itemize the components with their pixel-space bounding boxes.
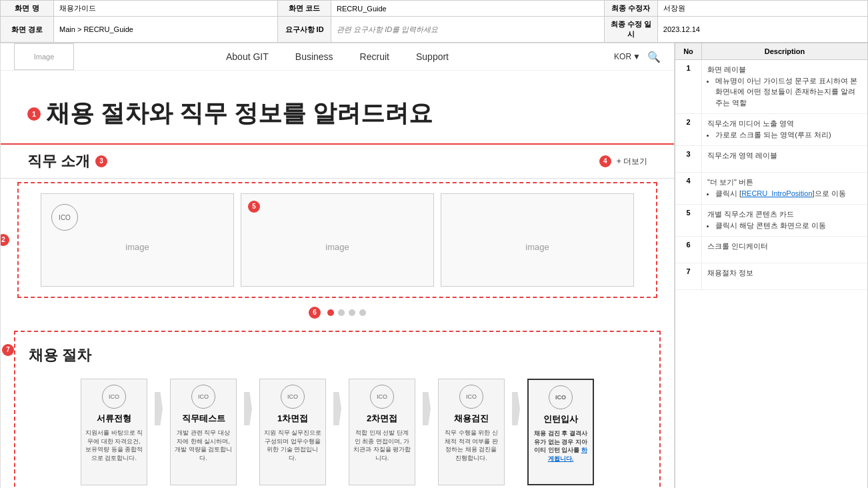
rp-content-6: 스크롤 인디케이터 <box>702 237 867 263</box>
right-panel: No Description 1 화면 레이블 메뉴명이 아닌 가이드성 문구로… <box>675 43 868 488</box>
requirement-id-input[interactable] <box>331 17 605 43</box>
screen-code-label: 화면 코드 <box>278 1 331 17</box>
step-2: ICO 직무테스트 개발 관련 직무 대상자에 한해 실시하며, 개발 역량을 … <box>167 379 240 485</box>
step-desc-6: 채용 검진 후 결격사유가 없는 경우 지아이티 인턴 입사를 하게됩니다. <box>533 429 589 463</box>
dot-3[interactable] <box>349 309 355 316</box>
last-editor-value: 서장원 <box>657 1 867 17</box>
rp-content-3: 직무소개 영역 레이블 <box>702 146 867 172</box>
rp-row-7: 7 채용절차 정보 <box>675 263 867 290</box>
step-3: ICO 1차면접 지원 직무 실무진으로 구성되며 업무수행을 위한 기술 면접… <box>256 379 329 485</box>
rp-num-7: 7 <box>675 263 702 289</box>
rp-row-6: 6 스크롤 인디케이터 <box>675 237 867 263</box>
step-title-6: 인턴입사 <box>543 413 578 425</box>
job-card-2[interactable]: 5 image <box>241 193 434 287</box>
step-desc-4: 적합 인재 선발 단계인 최종 면접이며, 가치관과 자질을 평가합니다. <box>353 429 411 462</box>
step-4: ICO 2차면접 적합 인재 선발 단계인 최종 면접이며, 가치관과 자질을 … <box>345 379 419 485</box>
job-section-header: 직무 소개 3 4 + 더보기 <box>1 143 674 179</box>
arrow-2 <box>244 392 252 425</box>
step-title-3: 1차면접 <box>277 413 308 425</box>
step-title-1: 서류전형 <box>97 413 131 425</box>
job-card-3[interactable]: image <box>441 193 634 287</box>
rp-num-4: 4 <box>675 173 702 204</box>
rp-header: No Description <box>675 43 867 60</box>
rp-num-5: 5 <box>675 205 702 236</box>
cards-row: ICO image 5 image image <box>19 183 656 297</box>
screen-path-label: 화면 경로 <box>1 17 54 43</box>
site-logo: Image <box>14 43 74 70</box>
nav-about-git[interactable]: About GIT <box>226 51 269 62</box>
nav-right: KOR ▼ 🔍 <box>614 51 661 63</box>
step-5: ICO 채용검진 직무 수행을 위한 신체적 적격 여부를 판정하는 채용 검진… <box>435 379 508 485</box>
step-title-4: 2차면접 <box>367 413 397 425</box>
card-img-label-2: image <box>325 242 349 252</box>
step-1: ICO 서류전형 지원서를 바탕으로 직무에 대한 자격요건, 보유역량 등을 … <box>77 379 151 485</box>
job-card-1[interactable]: ICO image <box>41 193 234 287</box>
arrow-5 <box>512 392 520 425</box>
nav-support[interactable]: Support <box>416 51 449 62</box>
hero-section: 1 채용 절차와 직무 정보를 알려드려요 <box>1 71 674 143</box>
last-editor-label: 최종 수정자 <box>604 1 657 17</box>
rp-row-3: 3 직무소개 영역 레이블 <box>675 146 867 173</box>
requirement-id-label: 요구사항 ID <box>278 17 331 43</box>
card-img-label-3: image <box>525 242 549 252</box>
rp-row-2: 2 직무소개 미디어 노출 영역 가로로 스크롤 되는 영역(루프 처리) <box>675 114 867 146</box>
step-ico-3: ICO <box>281 385 305 409</box>
dot-1[interactable] <box>327 309 334 316</box>
requirement-id-field[interactable] <box>337 25 599 33</box>
nav-business[interactable]: Business <box>295 51 333 62</box>
hero-title: 1 채용 절차와 직무 정보를 알려드려요 <box>27 97 647 130</box>
carousel-area: ICO image 5 image image <box>17 182 657 298</box>
search-icon[interactable]: 🔍 <box>647 51 661 63</box>
rp-content-5: 개별 직무소개 콘텐츠 카드 클릭시 해당 콘텐츠 화면으로 이동 <box>702 205 867 236</box>
rp-row-5: 5 개별 직무소개 콘텐츠 카드 클릭시 해당 콘텐츠 화면으로 이동 <box>675 205 867 237</box>
hiring-section-badge: 7 <box>2 344 14 356</box>
rp-num-2: 2 <box>675 114 702 145</box>
job-section-title: 직무 소개 3 <box>27 151 107 171</box>
step-box-1: ICO 서류전형 지원서를 바탕으로 직무에 대한 자격요건, 보유역량 등을 … <box>81 379 147 485</box>
dot-2[interactable] <box>338 309 345 316</box>
hiring-section: 채용 절차 ICO 서류전형 지원서를 바탕으로 직무에 대한 자격요건, 보유… <box>14 331 661 488</box>
step-ico-1: ICO <box>102 385 126 409</box>
step-6: ICO 인턴입사 채용 검진 후 결격사유가 없는 경우 지아이티 인턴 입사를… <box>524 379 597 485</box>
rp-link-4[interactable]: RECRU_IntroPosition <box>741 189 812 197</box>
meta-table: 화면 명 채용가이드 화면 코드 RECRU_Guide 최종 수정자 서장원 … <box>0 0 868 43</box>
step-box-2: ICO 직무테스트 개발 관련 직무 대상자에 한해 실시하며, 개발 역량을 … <box>170 379 237 485</box>
navigation-bar: Image About GIT Business Recruit Support… <box>1 43 674 71</box>
step-title-2: 직무테스트 <box>182 413 225 425</box>
arrow-3 <box>333 392 341 425</box>
rp-num-3: 3 <box>675 146 702 172</box>
rp-row-1: 1 화면 레이블 메뉴명이 아닌 가이드성 문구로 표시하여 본 화면내에 어떤… <box>675 60 867 114</box>
more-button[interactable]: 4 + 더보기 <box>599 155 647 167</box>
card-badge-2: 5 <box>248 201 260 213</box>
step-desc-5: 직무 수행을 위한 신체적 적격 여부를 판정하는 채용 검진을 진행합니다. <box>443 429 500 462</box>
step-box-5: ICO 채용검진 직무 수행을 위한 신체적 적격 여부를 판정하는 채용 검진… <box>438 379 505 485</box>
step-title-5: 채용검진 <box>454 413 489 425</box>
job-section-badge: 3 <box>95 155 107 167</box>
screen-code-value: RECRU_Guide <box>331 1 605 17</box>
rp-content-2: 직무소개 미디어 노출 영역 가로로 스크롤 되는 영역(루프 처리) <box>702 114 867 145</box>
screen-path-value: Main > RECRU_Guide <box>54 17 278 43</box>
step-box-3: ICO 1차면접 지원 직무 실무진으로 구성되며 업무수행을 위한 기술 면접… <box>259 379 326 485</box>
carousel-indicators: 6 <box>1 301 674 324</box>
step-box-6: ICO 인턴입사 채용 검진 후 결격사유가 없는 경우 지아이티 인턴 입사를… <box>527 379 594 485</box>
nav-recruit[interactable]: Recruit <box>360 51 389 62</box>
dot-4[interactable] <box>359 309 366 316</box>
rp-content-4: "더 보기" 버튼 클릭시 [RECRU_IntroPosition]으로 이동 <box>702 173 867 204</box>
rp-num-6: 6 <box>675 237 702 263</box>
rp-content-7: 채용절차 정보 <box>702 263 867 289</box>
screen-name-label: 화면 명 <box>1 1 54 17</box>
screen-name-value: 채용가이드 <box>54 1 278 17</box>
hero-badge: 1 <box>27 107 41 121</box>
last-modified-label: 최종 수정 일시 <box>604 17 657 43</box>
rp-row-4: 4 "더 보기" 버튼 클릭시 [RECRU_IntroPosition]으로 … <box>675 173 867 205</box>
step-ico-5: ICO <box>459 385 483 409</box>
arrow-4 <box>423 392 431 425</box>
process-row: ICO 서류전형 지원서를 바탕으로 직무에 대한 자격요건, 보유역량 등을 … <box>29 379 646 485</box>
step-box-4: ICO 2차면접 적합 인재 선발 단계인 최종 면접이며, 가치관과 자질을 … <box>349 379 415 485</box>
step-ico-4: ICO <box>370 385 394 409</box>
step-ico-6: ICO <box>549 385 573 409</box>
last-modified-value: 2023.12.14 <box>657 17 867 43</box>
rp-num-1: 1 <box>675 60 702 113</box>
language-selector[interactable]: KOR ▼ <box>614 52 641 61</box>
arrow-1 <box>155 392 163 425</box>
